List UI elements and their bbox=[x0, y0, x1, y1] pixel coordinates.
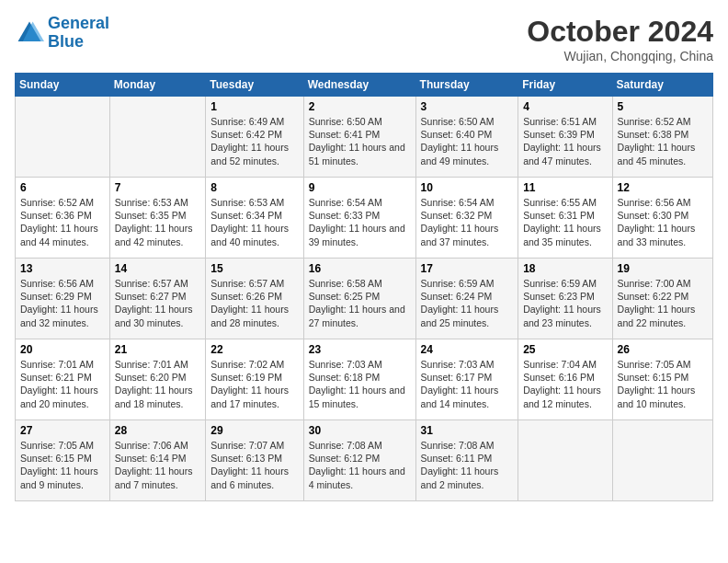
day-content: Sunrise: 6:53 AM Sunset: 6:35 PM Dayligh… bbox=[115, 196, 200, 248]
day-number: 21 bbox=[115, 343, 200, 356]
day-content: Sunrise: 6:58 AM Sunset: 6:25 PM Dayligh… bbox=[309, 277, 411, 329]
calendar-cell: 12Sunrise: 6:56 AM Sunset: 6:30 PM Dayli… bbox=[612, 178, 712, 259]
day-content: Sunrise: 6:50 AM Sunset: 6:41 PM Dayligh… bbox=[309, 115, 411, 167]
logo: General Blue bbox=[15, 15, 109, 52]
day-number: 14 bbox=[115, 262, 200, 275]
calendar-cell: 9Sunrise: 6:54 AM Sunset: 6:33 PM Daylig… bbox=[303, 178, 415, 259]
calendar-cell: 4Sunrise: 6:51 AM Sunset: 6:39 PM Daylig… bbox=[518, 97, 612, 178]
calendar-cell: 1Sunrise: 6:49 AM Sunset: 6:42 PM Daylig… bbox=[206, 97, 303, 178]
day-content: Sunrise: 6:59 AM Sunset: 6:23 PM Dayligh… bbox=[523, 277, 607, 329]
calendar-cell: 28Sunrise: 7:06 AM Sunset: 6:14 PM Dayli… bbox=[109, 420, 205, 501]
calendar-cell: 27Sunrise: 7:05 AM Sunset: 6:15 PM Dayli… bbox=[16, 420, 110, 501]
calendar-cell: 3Sunrise: 6:50 AM Sunset: 6:40 PM Daylig… bbox=[415, 97, 518, 178]
calendar-body: 1Sunrise: 6:49 AM Sunset: 6:42 PM Daylig… bbox=[16, 97, 713, 501]
day-number: 19 bbox=[618, 262, 708, 275]
day-number: 22 bbox=[210, 343, 298, 356]
calendar-cell: 5Sunrise: 6:52 AM Sunset: 6:38 PM Daylig… bbox=[612, 97, 712, 178]
day-content: Sunrise: 6:49 AM Sunset: 6:42 PM Dayligh… bbox=[210, 115, 298, 167]
calendar-cell bbox=[518, 420, 612, 501]
day-content: Sunrise: 7:03 AM Sunset: 6:17 PM Dayligh… bbox=[421, 358, 514, 410]
calendar-cell: 17Sunrise: 6:59 AM Sunset: 6:24 PM Dayli… bbox=[415, 259, 518, 339]
calendar-cell: 23Sunrise: 7:03 AM Sunset: 6:18 PM Dayli… bbox=[303, 339, 415, 420]
calendar-cell: 15Sunrise: 6:57 AM Sunset: 6:26 PM Dayli… bbox=[206, 259, 303, 339]
day-content: Sunrise: 7:04 AM Sunset: 6:16 PM Dayligh… bbox=[523, 358, 607, 410]
day-number: 26 bbox=[618, 343, 708, 356]
header-row: SundayMondayTuesdayWednesdayThursdayFrid… bbox=[16, 74, 713, 97]
day-content: Sunrise: 6:56 AM Sunset: 6:30 PM Dayligh… bbox=[618, 196, 708, 248]
calendar-cell bbox=[612, 420, 712, 501]
day-content: Sunrise: 6:52 AM Sunset: 6:36 PM Dayligh… bbox=[20, 196, 105, 248]
page-header: General Blue October 2024 Wujian, Chongq… bbox=[15, 15, 713, 63]
day-number: 29 bbox=[210, 424, 298, 437]
day-number: 16 bbox=[309, 262, 411, 275]
day-number: 24 bbox=[421, 343, 514, 356]
day-content: Sunrise: 7:01 AM Sunset: 6:21 PM Dayligh… bbox=[20, 358, 105, 410]
logo-text: General Blue bbox=[48, 15, 109, 52]
day-content: Sunrise: 6:51 AM Sunset: 6:39 PM Dayligh… bbox=[523, 115, 607, 167]
day-content: Sunrise: 7:07 AM Sunset: 6:13 PM Dayligh… bbox=[210, 439, 298, 491]
month-title: October 2024 bbox=[527, 15, 713, 49]
logo-line2: Blue bbox=[48, 32, 84, 51]
day-content: Sunrise: 6:54 AM Sunset: 6:32 PM Dayligh… bbox=[421, 196, 514, 248]
day-content: Sunrise: 6:57 AM Sunset: 6:26 PM Dayligh… bbox=[210, 277, 298, 329]
day-number: 18 bbox=[523, 262, 607, 275]
header-day-tuesday: Tuesday bbox=[206, 74, 303, 97]
day-number: 5 bbox=[618, 100, 708, 113]
day-content: Sunrise: 7:00 AM Sunset: 6:22 PM Dayligh… bbox=[618, 277, 708, 329]
day-number: 13 bbox=[20, 262, 105, 275]
day-number: 1 bbox=[210, 100, 298, 113]
day-number: 27 bbox=[20, 424, 105, 437]
calendar-header: SundayMondayTuesdayWednesdayThursdayFrid… bbox=[16, 74, 713, 97]
calendar-cell: 10Sunrise: 6:54 AM Sunset: 6:32 PM Dayli… bbox=[415, 178, 518, 259]
location-subtitle: Wujian, Chongqing, China bbox=[527, 49, 713, 63]
calendar-cell: 29Sunrise: 7:07 AM Sunset: 6:13 PM Dayli… bbox=[206, 420, 303, 501]
day-content: Sunrise: 7:05 AM Sunset: 6:15 PM Dayligh… bbox=[20, 439, 105, 491]
calendar-cell: 30Sunrise: 7:08 AM Sunset: 6:12 PM Dayli… bbox=[303, 420, 415, 501]
logo-icon bbox=[15, 18, 44, 48]
day-number: 23 bbox=[309, 343, 411, 356]
day-number: 12 bbox=[618, 181, 708, 194]
calendar-cell bbox=[109, 97, 205, 178]
day-number: 8 bbox=[210, 181, 298, 194]
day-content: Sunrise: 6:54 AM Sunset: 6:33 PM Dayligh… bbox=[309, 196, 411, 248]
calendar-cell: 13Sunrise: 6:56 AM Sunset: 6:29 PM Dayli… bbox=[16, 259, 110, 339]
calendar-cell: 18Sunrise: 6:59 AM Sunset: 6:23 PM Dayli… bbox=[518, 259, 612, 339]
calendar-cell: 7Sunrise: 6:53 AM Sunset: 6:35 PM Daylig… bbox=[109, 178, 205, 259]
day-content: Sunrise: 6:53 AM Sunset: 6:34 PM Dayligh… bbox=[210, 196, 298, 248]
header-day-sunday: Sunday bbox=[16, 74, 110, 97]
day-content: Sunrise: 6:57 AM Sunset: 6:27 PM Dayligh… bbox=[115, 277, 200, 329]
week-row-4: 27Sunrise: 7:05 AM Sunset: 6:15 PM Dayli… bbox=[16, 420, 713, 501]
day-number: 15 bbox=[210, 262, 298, 275]
day-number: 30 bbox=[309, 424, 411, 437]
calendar-cell: 26Sunrise: 7:05 AM Sunset: 6:15 PM Dayli… bbox=[612, 339, 712, 420]
day-number: 11 bbox=[523, 181, 607, 194]
day-content: Sunrise: 7:02 AM Sunset: 6:19 PM Dayligh… bbox=[210, 358, 298, 410]
day-number: 17 bbox=[421, 262, 514, 275]
calendar-cell: 19Sunrise: 7:00 AM Sunset: 6:22 PM Dayli… bbox=[612, 259, 712, 339]
day-number: 6 bbox=[20, 181, 105, 194]
calendar-cell: 6Sunrise: 6:52 AM Sunset: 6:36 PM Daylig… bbox=[16, 178, 110, 259]
calendar-table: SundayMondayTuesdayWednesdayThursdayFrid… bbox=[15, 73, 713, 501]
header-day-friday: Friday bbox=[518, 74, 612, 97]
header-day-saturday: Saturday bbox=[612, 74, 712, 97]
day-content: Sunrise: 6:59 AM Sunset: 6:24 PM Dayligh… bbox=[421, 277, 514, 329]
day-content: Sunrise: 7:01 AM Sunset: 6:20 PM Dayligh… bbox=[115, 358, 200, 410]
day-number: 20 bbox=[20, 343, 105, 356]
calendar-cell: 8Sunrise: 6:53 AM Sunset: 6:34 PM Daylig… bbox=[206, 178, 303, 259]
day-content: Sunrise: 6:55 AM Sunset: 6:31 PM Dayligh… bbox=[523, 196, 607, 248]
day-number: 7 bbox=[115, 181, 200, 194]
day-content: Sunrise: 7:05 AM Sunset: 6:15 PM Dayligh… bbox=[618, 358, 708, 410]
title-block: October 2024 Wujian, Chongqing, China bbox=[527, 15, 713, 63]
day-content: Sunrise: 7:03 AM Sunset: 6:18 PM Dayligh… bbox=[309, 358, 411, 410]
week-row-2: 13Sunrise: 6:56 AM Sunset: 6:29 PM Dayli… bbox=[16, 259, 713, 339]
calendar-cell: 24Sunrise: 7:03 AM Sunset: 6:17 PM Dayli… bbox=[415, 339, 518, 420]
header-day-thursday: Thursday bbox=[415, 74, 518, 97]
week-row-3: 20Sunrise: 7:01 AM Sunset: 6:21 PM Dayli… bbox=[16, 339, 713, 420]
day-content: Sunrise: 7:06 AM Sunset: 6:14 PM Dayligh… bbox=[115, 439, 200, 491]
day-content: Sunrise: 6:50 AM Sunset: 6:40 PM Dayligh… bbox=[421, 115, 514, 167]
calendar-cell: 22Sunrise: 7:02 AM Sunset: 6:19 PM Dayli… bbox=[206, 339, 303, 420]
calendar-cell: 11Sunrise: 6:55 AM Sunset: 6:31 PM Dayli… bbox=[518, 178, 612, 259]
day-content: Sunrise: 6:56 AM Sunset: 6:29 PM Dayligh… bbox=[20, 277, 105, 329]
calendar-cell: 31Sunrise: 7:08 AM Sunset: 6:11 PM Dayli… bbox=[415, 420, 518, 501]
day-number: 28 bbox=[115, 424, 200, 437]
